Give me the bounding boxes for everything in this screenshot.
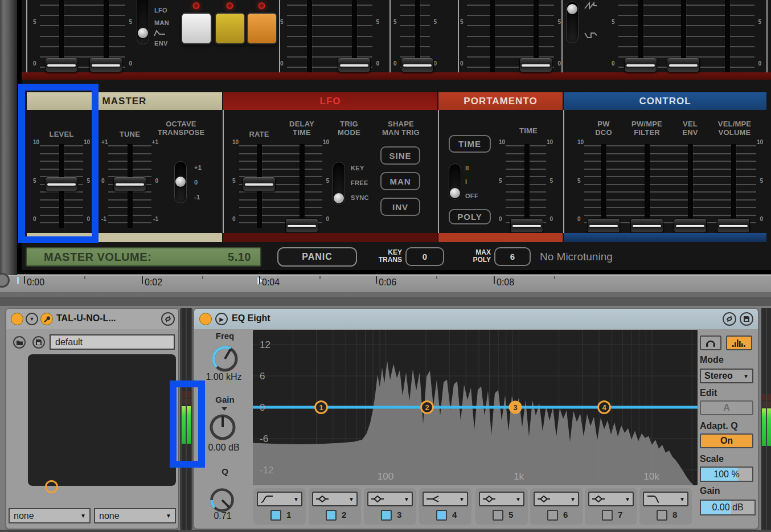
preset-name-field[interactable]: default: [50, 334, 175, 350]
slider-handle[interactable]: [667, 58, 700, 72]
toggle-knob[interactable]: [334, 193, 344, 203]
xy-pad[interactable]: [28, 354, 176, 486]
eq-band-2-filter-dropdown[interactable]: ▼: [312, 492, 358, 506]
eq-band-6-filter-dropdown[interactable]: ▼: [534, 492, 579, 506]
slider-handle[interactable]: [285, 218, 318, 233]
device-activator[interactable]: [11, 313, 23, 325]
save-preset-icon[interactable]: [740, 312, 753, 326]
arrangement-ruler[interactable]: 0:000:020:040:060:08: [0, 275, 771, 292]
white-rocker-button[interactable]: [181, 13, 212, 44]
hidden-icon: [0, 273, 10, 288]
key-trans-value[interactable]: 0: [405, 247, 444, 266]
eq-band-1-filter-dropdown[interactable]: ▼: [257, 492, 302, 506]
octave-transpose-toggle[interactable]: [174, 161, 187, 203]
folder-icon[interactable]: [13, 336, 26, 349]
eq-band-5-enable-checkbox[interactable]: [493, 510, 503, 521]
param-dropdown-1[interactable]: none▼: [9, 508, 91, 523]
panic-button[interactable]: PANIC: [277, 247, 357, 267]
inv-button[interactable]: INV: [380, 198, 420, 216]
device-activator[interactable]: [199, 313, 212, 325]
top-slider-group-1[interactable]: 5500: [33, 0, 132, 72]
wave-select-toggle[interactable]: [566, 1, 579, 43]
output-gain-field[interactable]: 0.00 dB: [700, 500, 756, 515]
slider-handle[interactable]: [624, 58, 657, 72]
slider-handle[interactable]: [401, 58, 434, 72]
edit-ab-button[interactable]: A: [700, 400, 753, 415]
toggle-knob[interactable]: [450, 188, 460, 198]
spectrum-analyzer-button[interactable]: [726, 335, 752, 350]
adapt-q-toggle[interactable]: On: [700, 433, 753, 448]
lfo-sliders[interactable]: 10105500: [232, 140, 329, 237]
q-knob[interactable]: [208, 486, 236, 514]
eq-band-7-enable-checkbox[interactable]: [602, 510, 613, 521]
fold-device-icon[interactable]: ▶: [215, 313, 228, 325]
eq-band-8-enable-checkbox[interactable]: [657, 510, 667, 521]
top-slider-group-3[interactable]: 5500: [393, 0, 437, 72]
eq-band-2-enable-checkbox[interactable]: [326, 510, 337, 521]
toggle-knob[interactable]: [567, 4, 577, 14]
eq-band-number: 2: [342, 510, 346, 519]
portamento-time-slider[interactable]: 10105500: [499, 140, 553, 237]
eq-band-4-filter-dropdown[interactable]: ▼: [423, 492, 468, 506]
slider-handle[interactable]: [587, 218, 620, 233]
orange-rocker-button[interactable]: [247, 13, 277, 44]
top-slider-group-5[interactable]: 5500: [612, 0, 761, 72]
slider-handle[interactable]: [717, 218, 750, 233]
eq-band-5-filter-dropdown[interactable]: ▼: [479, 492, 524, 506]
svg-text:10k: 10k: [643, 471, 659, 482]
portamento-time-button[interactable]: TIME: [449, 135, 491, 153]
slider-handle[interactable]: [674, 218, 707, 233]
hot-swap-icon[interactable]: [161, 312, 175, 326]
bell-icon: [371, 494, 384, 504]
eq-band-8-filter-dropdown[interactable]: ▼: [643, 492, 688, 506]
toggle-option-lfo: LFO: [154, 7, 167, 14]
trig-mode-toggle[interactable]: [333, 162, 345, 205]
eq-band-1-enable-checkbox[interactable]: [270, 510, 281, 521]
eq-band-3-filter-dropdown[interactable]: ▼: [367, 492, 413, 506]
top-slider-group-2[interactable]: 5500: [280, 0, 379, 72]
save-icon[interactable]: [32, 336, 45, 349]
tal-device-title[interactable]: TAL-U-NO-L...: [56, 313, 116, 324]
slider-handle[interactable]: [510, 218, 543, 233]
slider-handle[interactable]: [630, 218, 663, 233]
toggle-knob[interactable]: [138, 28, 148, 38]
eq-band-6-enable-checkbox[interactable]: [547, 510, 558, 521]
eq-device-title[interactable]: EQ Eight: [232, 313, 270, 324]
control-sliders[interactable]: 10105500: [577, 140, 763, 237]
slider-scale-number: 0: [155, 178, 158, 184]
eq-band-7-filter-dropdown[interactable]: ▼: [588, 492, 634, 506]
wrench-icon[interactable]: [40, 313, 53, 325]
scale-field[interactable]: 100 %: [700, 466, 753, 482]
slider-handle[interactable]: [45, 58, 78, 72]
slider-handle[interactable]: [243, 177, 276, 191]
poly-button[interactable]: POLY: [449, 209, 491, 224]
mode-dropdown[interactable]: Stereo▼: [700, 369, 753, 383]
fold-device-icon[interactable]: ▼: [26, 313, 38, 325]
env-mode-toggle[interactable]: [137, 0, 149, 44]
slider-handle[interactable]: [113, 177, 146, 191]
tune-slider[interactable]: +1+100-1-1: [101, 140, 158, 237]
octave-option: 0: [194, 179, 198, 186]
freq-knob[interactable]: [210, 344, 240, 374]
slider-handle[interactable]: [89, 58, 122, 72]
sine-button[interactable]: SINE: [380, 146, 420, 165]
divider: [766, 0, 768, 80]
eq-spectrum-display[interactable]: 1260-6-121001k10k1234: [253, 330, 698, 485]
divider: [438, 110, 439, 233]
slider-handle[interactable]: [519, 58, 552, 72]
hot-swap-icon[interactable]: [723, 312, 736, 326]
eq-band-3-enable-checkbox[interactable]: [381, 510, 392, 521]
param-dropdown-2[interactable]: none▼: [94, 508, 176, 523]
toggle-knob[interactable]: [175, 177, 186, 187]
slider-handle[interactable]: [338, 58, 371, 72]
yellow-rocker-button[interactable]: [215, 13, 245, 44]
top-slider-group-4[interactable]: 5500: [460, 0, 561, 72]
eq-band-4-enable-checkbox[interactable]: [436, 510, 447, 521]
q-value[interactable]: 0.71: [194, 511, 251, 521]
portamento-mode-toggle[interactable]: [449, 163, 461, 200]
audition-headphone-button[interactable]: [700, 335, 721, 350]
gain-knob[interactable]: [208, 412, 237, 442]
man-button[interactable]: MAN: [380, 172, 420, 190]
max-poly-value[interactable]: 6: [494, 247, 531, 266]
xy-pad-cursor[interactable]: [45, 480, 58, 493]
